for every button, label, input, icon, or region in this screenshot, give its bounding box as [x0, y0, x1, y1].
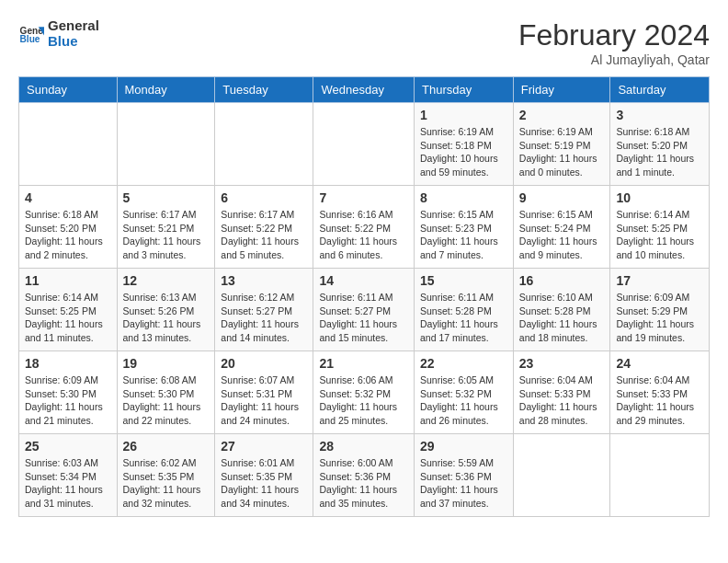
day-info: Sunrise: 6:01 AM Sunset: 5:35 PM Dayligh…: [221, 456, 307, 511]
calendar-cell: 4Sunrise: 6:18 AM Sunset: 5:20 PM Daylig…: [19, 186, 118, 269]
day-info: Sunrise: 6:17 AM Sunset: 5:21 PM Dayligh…: [123, 208, 210, 262]
calendar-table: SundayMondayTuesdayWednesdayThursdayFrid…: [18, 76, 710, 517]
title-block: February 2024 Al Jumayliyah, Qatar: [518, 18, 710, 67]
day-number: 25: [25, 439, 111, 454]
day-info: Sunrise: 6:19 AM Sunset: 5:18 PM Dayligh…: [420, 125, 507, 179]
day-info: Sunrise: 6:14 AM Sunset: 5:25 PM Dayligh…: [25, 291, 111, 345]
day-number: 1: [420, 108, 507, 122]
day-info: Sunrise: 6:04 AM Sunset: 5:33 PM Dayligh…: [519, 373, 605, 428]
calendar-cell: 7Sunrise: 6:16 AM Sunset: 5:22 PM Daylig…: [313, 186, 415, 269]
day-info: Sunrise: 6:18 AM Sunset: 5:20 PM Dayligh…: [616, 125, 703, 179]
calendar-cell: 13Sunrise: 6:12 AM Sunset: 5:27 PM Dayli…: [215, 269, 313, 351]
calendar-cell: 3Sunrise: 6:18 AM Sunset: 5:20 PM Daylig…: [610, 103, 710, 186]
calendar-cell: 6Sunrise: 6:17 AM Sunset: 5:22 PM Daylig…: [215, 186, 313, 269]
day-info: Sunrise: 5:59 AM Sunset: 5:36 PM Dayligh…: [420, 456, 507, 511]
calendar-cell: 2Sunrise: 6:19 AM Sunset: 5:19 PM Daylig…: [513, 103, 610, 186]
day-info: Sunrise: 6:19 AM Sunset: 5:19 PM Dayligh…: [519, 125, 605, 179]
calendar-cell: [610, 434, 710, 517]
day-number: 16: [519, 273, 605, 288]
day-info: Sunrise: 6:05 AM Sunset: 5:32 PM Dayligh…: [420, 373, 507, 428]
day-number: 5: [123, 190, 210, 205]
calendar-cell: 5Sunrise: 6:17 AM Sunset: 5:21 PM Daylig…: [117, 186, 215, 269]
logo-line1: General: [48, 18, 99, 34]
calendar-cell: 26Sunrise: 6:02 AM Sunset: 5:35 PM Dayli…: [117, 434, 215, 517]
day-number: 18: [25, 356, 111, 371]
weekday-header-wednesday: Wednesday: [313, 77, 415, 103]
day-number: 17: [616, 273, 703, 288]
day-number: 6: [221, 190, 307, 205]
calendar-cell: 14Sunrise: 6:11 AM Sunset: 5:27 PM Dayli…: [313, 269, 415, 351]
day-number: 7: [319, 190, 408, 205]
day-number: 11: [25, 273, 111, 288]
day-number: 8: [420, 190, 507, 205]
weekday-header-friday: Friday: [513, 77, 610, 103]
calendar-cell: [313, 103, 415, 186]
day-info: Sunrise: 6:16 AM Sunset: 5:22 PM Dayligh…: [319, 208, 408, 262]
location: Al Jumayliyah, Qatar: [518, 52, 710, 67]
calendar-cell: 9Sunrise: 6:15 AM Sunset: 5:24 PM Daylig…: [513, 186, 610, 269]
calendar-cell: 27Sunrise: 6:01 AM Sunset: 5:35 PM Dayli…: [215, 434, 313, 517]
day-info: Sunrise: 6:08 AM Sunset: 5:30 PM Dayligh…: [123, 373, 210, 428]
calendar-cell: 22Sunrise: 6:05 AM Sunset: 5:32 PM Dayli…: [415, 351, 514, 434]
logo: General Blue General Blue: [18, 18, 99, 49]
logo-line2: Blue: [48, 34, 99, 50]
calendar-cell: 24Sunrise: 6:04 AM Sunset: 5:33 PM Dayli…: [610, 351, 710, 434]
calendar-cell: 19Sunrise: 6:08 AM Sunset: 5:30 PM Dayli…: [117, 351, 215, 434]
day-info: Sunrise: 6:12 AM Sunset: 5:27 PM Dayligh…: [221, 291, 307, 345]
day-number: 15: [420, 273, 507, 288]
calendar-cell: 8Sunrise: 6:15 AM Sunset: 5:23 PM Daylig…: [415, 186, 514, 269]
calendar-cell: [215, 103, 313, 186]
calendar-cell: 17Sunrise: 6:09 AM Sunset: 5:29 PM Dayli…: [610, 269, 710, 351]
day-number: 19: [123, 356, 210, 371]
day-info: Sunrise: 6:04 AM Sunset: 5:33 PM Dayligh…: [616, 373, 703, 428]
day-number: 24: [616, 356, 703, 371]
calendar-cell: 21Sunrise: 6:06 AM Sunset: 5:32 PM Dayli…: [313, 351, 415, 434]
logo-icon: General Blue: [18, 21, 44, 47]
day-info: Sunrise: 6:14 AM Sunset: 5:25 PM Dayligh…: [616, 208, 703, 262]
day-number: 10: [616, 190, 703, 205]
calendar-cell: [19, 103, 118, 186]
day-number: 29: [420, 439, 507, 454]
day-number: 4: [25, 190, 111, 205]
day-info: Sunrise: 6:09 AM Sunset: 5:30 PM Dayligh…: [25, 373, 111, 428]
day-info: Sunrise: 6:11 AM Sunset: 5:28 PM Dayligh…: [420, 291, 507, 345]
day-number: 20: [221, 356, 307, 371]
calendar-cell: [513, 434, 610, 517]
calendar-cell: 18Sunrise: 6:09 AM Sunset: 5:30 PM Dayli…: [19, 351, 118, 434]
calendar-cell: 1Sunrise: 6:19 AM Sunset: 5:18 PM Daylig…: [415, 103, 514, 186]
day-info: Sunrise: 6:15 AM Sunset: 5:23 PM Dayligh…: [420, 208, 507, 262]
calendar-cell: 16Sunrise: 6:10 AM Sunset: 5:28 PM Dayli…: [513, 269, 610, 351]
day-number: 2: [519, 108, 605, 122]
calendar-cell: [117, 103, 215, 186]
calendar-cell: 20Sunrise: 6:07 AM Sunset: 5:31 PM Dayli…: [215, 351, 313, 434]
weekday-header-thursday: Thursday: [415, 77, 514, 103]
day-info: Sunrise: 6:18 AM Sunset: 5:20 PM Dayligh…: [25, 208, 111, 262]
day-number: 9: [519, 190, 605, 205]
calendar-cell: 29Sunrise: 5:59 AM Sunset: 5:36 PM Dayli…: [415, 434, 514, 517]
day-info: Sunrise: 6:00 AM Sunset: 5:36 PM Dayligh…: [319, 456, 408, 511]
calendar-cell: 15Sunrise: 6:11 AM Sunset: 5:28 PM Dayli…: [415, 269, 514, 351]
calendar-cell: 23Sunrise: 6:04 AM Sunset: 5:33 PM Dayli…: [513, 351, 610, 434]
day-number: 28: [319, 439, 408, 454]
day-number: 22: [420, 356, 507, 371]
calendar-cell: 25Sunrise: 6:03 AM Sunset: 5:34 PM Dayli…: [19, 434, 118, 517]
day-info: Sunrise: 6:10 AM Sunset: 5:28 PM Dayligh…: [519, 291, 605, 345]
page-header: General Blue General Blue February 2024 …: [18, 18, 710, 67]
day-info: Sunrise: 6:09 AM Sunset: 5:29 PM Dayligh…: [616, 291, 703, 345]
day-number: 13: [221, 273, 307, 288]
calendar-cell: 28Sunrise: 6:00 AM Sunset: 5:36 PM Dayli…: [313, 434, 415, 517]
day-info: Sunrise: 6:11 AM Sunset: 5:27 PM Dayligh…: [319, 291, 408, 345]
day-info: Sunrise: 6:02 AM Sunset: 5:35 PM Dayligh…: [123, 456, 210, 511]
day-info: Sunrise: 6:03 AM Sunset: 5:34 PM Dayligh…: [25, 456, 111, 511]
day-number: 14: [319, 273, 408, 288]
day-info: Sunrise: 6:06 AM Sunset: 5:32 PM Dayligh…: [319, 373, 408, 428]
weekday-header-sunday: Sunday: [19, 77, 118, 103]
day-number: 27: [221, 439, 307, 454]
day-info: Sunrise: 6:13 AM Sunset: 5:26 PM Dayligh…: [123, 291, 210, 345]
day-info: Sunrise: 6:17 AM Sunset: 5:22 PM Dayligh…: [221, 208, 307, 262]
weekday-header-tuesday: Tuesday: [215, 77, 313, 103]
day-number: 3: [616, 108, 703, 122]
calendar-cell: 10Sunrise: 6:14 AM Sunset: 5:25 PM Dayli…: [610, 186, 710, 269]
month-year: February 2024: [518, 18, 710, 52]
day-number: 26: [123, 439, 210, 454]
